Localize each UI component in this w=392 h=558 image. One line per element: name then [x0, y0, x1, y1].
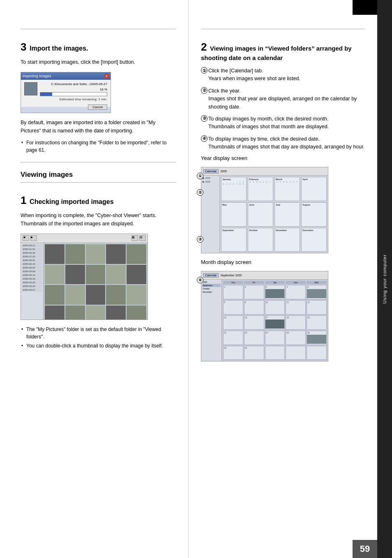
thumb-17[interactable] [65, 306, 85, 320]
thumb-19[interactable] [106, 306, 126, 320]
day-30[interactable]: 30 [244, 346, 264, 360]
cancel-button[interactable]: Cancel [88, 104, 107, 110]
day-2[interactable]: 2 [244, 285, 264, 299]
sidebar-item-6[interactable]: 2005-08-13 [22, 262, 42, 266]
month-sidebar-item-sep[interactable]: September [202, 284, 221, 287]
day-10[interactable]: 10 [265, 300, 285, 315]
day-16[interactable]: 16 [244, 315, 264, 330]
annotation-row-1: ① Click the [Calendar] tab. Years when i… [201, 67, 365, 83]
ann2-line2: Images shot that year are displayed, arr… [208, 96, 357, 109]
sidebar-item-13[interactable]: 2005-09-27 [22, 288, 42, 292]
thumb-4[interactable] [106, 244, 126, 264]
toolbar-btn-view2[interactable]: ▤ [139, 235, 146, 241]
day-29[interactable]: 29 [223, 346, 243, 360]
day-8[interactable]: 8 [223, 300, 243, 315]
thumb-11[interactable] [45, 285, 65, 305]
day-25[interactable]: 25 [286, 331, 306, 345]
toolbar-btn-fwd[interactable]: ▶ [30, 235, 37, 241]
sidebar-item-12[interactable]: 2005-09-24 [22, 285, 42, 288]
day-17[interactable]: 17 [265, 315, 285, 330]
month-apr[interactable]: April [301, 177, 327, 201]
sidebar-item-7[interactable]: 2005-09-04 [22, 266, 42, 269]
day-22[interactable]: 22 [223, 331, 243, 345]
thumb-3[interactable] [86, 244, 106, 264]
thumb-2[interactable] [65, 244, 85, 264]
month-nov[interactable]: November [274, 228, 300, 252]
day-5[interactable]: 5 [307, 285, 327, 299]
day-4[interactable]: 4 [286, 285, 306, 299]
month-jul[interactable]: July [274, 202, 300, 227]
annotation-circle-4: ④ [201, 135, 208, 142]
thumb-8[interactable] [86, 265, 106, 285]
thumb-9[interactable] [106, 265, 126, 285]
dialog-path: C:\Documents and Setts...\2005-09-27 [40, 82, 107, 86]
day-23[interactable]: 23 [244, 331, 264, 345]
month-mar[interactable]: March 1234567 [274, 177, 300, 201]
cal-month-header: Calendar September 2005 [201, 271, 328, 280]
sidebar-item-10[interactable]: 2005-09-18 [22, 277, 42, 280]
thumb-10[interactable] [127, 265, 146, 285]
dialog-time: Estimated time remaining: 2 min. [40, 97, 107, 101]
day-24[interactable]: 24 [265, 331, 285, 345]
month-jun[interactable]: June [248, 202, 273, 227]
thumb-16[interactable] [45, 306, 65, 320]
sidebar-item-9[interactable]: 2005-09-14 [22, 273, 42, 277]
day-3[interactable]: 3 [265, 285, 285, 299]
cal-year-sidebar: ▶ 2004 ▶ 2005 [201, 176, 220, 253]
month-jan[interactable]: January 12 3456789 [221, 177, 247, 201]
day-11[interactable]: 11 [286, 300, 306, 315]
dialog-close-btn[interactable]: ✕ [104, 74, 109, 79]
sidebar-item-3[interactable]: 2005-06-16 [22, 251, 42, 255]
calendar-month-screenshot: Calendar September 2005 2005 September O… [201, 271, 328, 361]
thumb-1[interactable] [45, 244, 65, 264]
toolbar-btn-view1[interactable]: ▦ [131, 235, 138, 241]
thumb-20[interactable] [127, 306, 146, 320]
day-15[interactable]: 15 [223, 315, 243, 330]
sidebar-item-8[interactable]: 2005-09-09 [22, 270, 42, 273]
step3-number: 3 [21, 41, 26, 53]
thumb-14[interactable] [106, 285, 126, 305]
month-sidebar-item-oct[interactable]: October [202, 287, 221, 290]
day-26[interactable]: 26 [307, 331, 327, 345]
thumb-6[interactable] [45, 265, 65, 285]
ann4-line2: Thumbnails of images shot that day are d… [208, 144, 364, 150]
cal-month-year-label: September 2005 [220, 274, 242, 277]
month-sidebar-item-nov[interactable]: November [202, 290, 221, 294]
day-18[interactable]: 18 [286, 315, 306, 330]
thumb-5[interactable] [127, 244, 146, 264]
month-sep[interactable]: September [221, 228, 247, 252]
thumb-12[interactable] [65, 285, 85, 305]
thumb-18[interactable] [86, 306, 106, 320]
calendar-year-screenshot: Calendar 2005 ▶ 2004 ▶ 2005 January 12 [201, 167, 328, 253]
sidebar-item-4[interactable]: 2005-07-22 [22, 255, 42, 258]
sidebar-item-1[interactable]: 2004-08-11 [22, 244, 42, 247]
toolbar-btn-back[interactable]: ◀ [23, 235, 29, 241]
sidebar-item-2[interactable]: 2005-01-01 [22, 248, 42, 251]
step1-header: 1 Checking imported images [21, 191, 176, 207]
cal-tab[interactable]: Calendar [203, 169, 219, 174]
month-oct[interactable]: October [248, 228, 273, 252]
sidebar-item-11[interactable]: 2005-09-20 [22, 281, 42, 284]
month-feb[interactable]: February 1234567 [248, 177, 273, 201]
day-19[interactable]: 19 [307, 315, 327, 330]
cal-month-sidebar: 2005 September October November [201, 280, 222, 361]
thumb-7[interactable] [65, 265, 85, 285]
thumbnails-screenshot: ◀ ▶ ▦ ▤ 2004-08-11 2005-01-01 2005-06-16… [21, 234, 148, 320]
thumb-content: 2004-08-11 2005-01-01 2005-06-16 2005-07… [21, 243, 148, 320]
sidebar-item-5[interactable]: 2005-08-01 [22, 259, 42, 262]
right-top-divider [201, 29, 365, 29]
thumb-15[interactable] [127, 285, 146, 305]
thumb-toolbar: ◀ ▶ ▦ ▤ [21, 234, 148, 243]
cal-month-tab[interactable]: Calendar [203, 273, 219, 278]
month-dec[interactable]: December [301, 228, 327, 252]
thumb-13[interactable] [86, 285, 106, 305]
month-may[interactable]: May [221, 202, 247, 227]
cal-year-item-2[interactable]: ▶ 2005 [202, 180, 219, 183]
day-1[interactable]: 1 [223, 285, 243, 299]
month-aug[interactable]: August [301, 202, 327, 227]
day-12[interactable]: 12 [307, 300, 327, 315]
cal-year-item-1[interactable]: ▶ 2004 [202, 176, 219, 180]
thumb-sidebar: 2004-08-11 2005-01-01 2005-06-16 2005-07… [21, 243, 44, 320]
dialog-body: C:\Documents and Setts...\2005-09-27 16 … [21, 80, 111, 107]
day-9[interactable]: 9 [244, 300, 264, 315]
